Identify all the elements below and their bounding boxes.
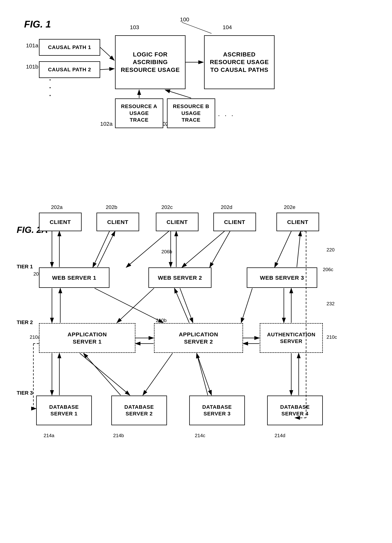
causal-path-2-box: CAUSAL PATH 2	[39, 61, 100, 78]
svg-line-36	[80, 353, 130, 395]
ref-202b: 202b	[106, 204, 117, 210]
causal-path-1-box: CAUSAL PATH 1	[39, 39, 100, 56]
svg-line-27	[241, 288, 252, 323]
web-server-3: WEB SERVER 3	[247, 267, 317, 288]
db-server-3: DATABASE SERVER 3	[189, 396, 245, 425]
ref-206b: 206b	[161, 249, 172, 255]
ref-202e: 202e	[284, 204, 295, 210]
dots-left: ···	[49, 76, 52, 100]
resource-b-box: RESOURCE B USAGE TRACE	[167, 98, 215, 128]
svg-line-39	[197, 353, 211, 395]
auth-server: AUTHENTICATION SERVER	[260, 323, 323, 353]
ref-220: 220	[326, 247, 335, 253]
ref-101b: 101b	[26, 63, 39, 70]
db-server-2: DATABASE SERVER 2	[111, 396, 167, 425]
logic-box: LOGIC FOR ASCRIBING RESOURCE USAGE	[115, 35, 186, 89]
svg-line-23	[95, 288, 163, 323]
svg-line-18	[210, 231, 230, 267]
client-3: CLIENT	[156, 213, 199, 231]
web-server-1: WEB SERVER 1	[39, 267, 110, 288]
tier3-label: TIER 3	[17, 390, 33, 396]
svg-line-6	[182, 22, 211, 34]
svg-line-12	[93, 231, 110, 267]
ref-232: 232	[326, 301, 335, 307]
svg-line-38	[143, 353, 172, 395]
ref-214d: 214d	[275, 433, 285, 438]
app-server-1: APPLICATION SERVER 1	[39, 323, 135, 353]
ref-202c: 202c	[161, 204, 173, 210]
ref-214c: 214c	[195, 433, 205, 438]
app-server-2: APPLICATION SERVER 2	[154, 323, 243, 353]
fig1-title: FIG. 1	[24, 19, 51, 30]
ref-206c: 206c	[323, 267, 333, 272]
ref-210b: 210b	[156, 317, 167, 323]
svg-line-24	[117, 288, 154, 323]
ref-210c: 210c	[326, 334, 337, 340]
svg-line-5	[165, 90, 191, 98]
ref-100: 100	[180, 16, 189, 23]
client-1: CLIENT	[39, 213, 82, 231]
ref-101a: 101a	[26, 42, 39, 49]
svg-line-13	[97, 231, 115, 267]
ref-202a: 202a	[51, 204, 62, 210]
client-5: CLIENT	[276, 213, 319, 231]
web-server-2: WEB SERVER 2	[149, 267, 211, 288]
ref-202d: 202d	[221, 204, 232, 210]
ascribed-box: ASCRIBED RESOURCE USAGE TO CAUSAL PATHS	[204, 35, 275, 89]
client-2: CLIENT	[96, 213, 139, 231]
client-4: CLIENT	[213, 213, 256, 231]
svg-line-37	[83, 353, 121, 395]
dots-right: · · ·	[218, 111, 235, 119]
svg-line-2	[100, 69, 114, 70]
svg-line-19	[275, 231, 291, 267]
svg-line-20	[297, 231, 301, 267]
db-server-1: DATABASE SERVER 1	[36, 396, 92, 425]
svg-line-26	[174, 288, 189, 323]
tier2-label: TIER 2	[17, 319, 33, 325]
svg-line-17	[182, 231, 225, 267]
ref-214b: 214b	[113, 433, 124, 438]
tier1-label: TIER 1	[17, 264, 33, 270]
svg-line-1	[100, 47, 114, 60]
svg-line-25	[180, 288, 193, 323]
svg-line-40	[197, 353, 208, 395]
ref-102a: 102a	[100, 121, 113, 127]
db-server-4: DATABASE SERVER 4	[267, 396, 323, 425]
ref-104: 104	[223, 24, 232, 30]
ref-103: 103	[130, 24, 139, 30]
resource-a-box: RESOURCE A USAGE TRACE	[115, 98, 163, 128]
ref-214a: 214a	[44, 433, 54, 438]
